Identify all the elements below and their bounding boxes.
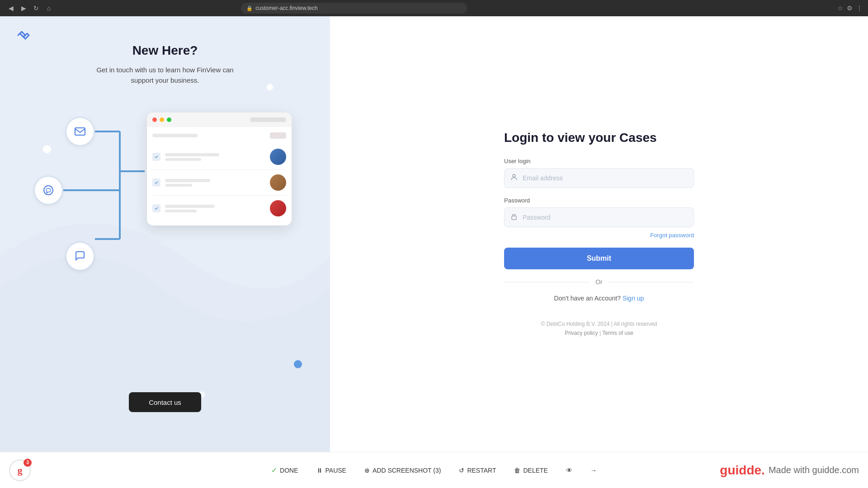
chat-icon-circle	[66, 242, 94, 271]
guidde-badge: g 3	[9, 460, 31, 481]
hide-icon: 👁	[566, 467, 572, 474]
guidde-full-logo: guidde.	[720, 463, 765, 478]
terms-link[interactable]: Terms of use	[602, 330, 633, 336]
url-text: customer-acc.finview.tech	[255, 5, 317, 11]
login-title: Login to view your Cases	[504, 131, 694, 145]
pause-icon: ⏸	[316, 467, 323, 474]
contact-us-button[interactable]: Contact us	[129, 392, 201, 412]
add-screenshot-button[interactable]: ⊕ ADD SCREENSHOT (3)	[357, 463, 448, 478]
left-panel-subtitle: Get in touch with us to learn how FinVie…	[93, 65, 237, 85]
hide-button[interactable]: 👁	[559, 463, 580, 478]
main-content: New Here? Get in touch with us to learn …	[0, 16, 868, 452]
extension-icon[interactable]: ⚙	[847, 5, 853, 12]
home-button[interactable]: ⌂	[43, 3, 54, 14]
right-panel: Login to view your Cases User login Pass…	[330, 16, 868, 452]
mock-checkbox-3	[152, 204, 160, 212]
forward-button-toolbar[interactable]: →	[583, 463, 604, 478]
window-maximize-dot	[167, 117, 171, 122]
mock-row-2	[152, 170, 286, 196]
lock-icon	[510, 213, 518, 222]
mock-avatar-2	[270, 174, 286, 191]
mock-avatar-3	[270, 200, 286, 216]
submit-button[interactable]: Submit	[504, 248, 694, 269]
done-button[interactable]: ✓ DONE	[264, 462, 305, 478]
mock-row-3	[152, 196, 286, 221]
mock-search-bar	[250, 117, 286, 122]
toolbar-center: ✓ DONE ⏸ PAUSE ⊕ ADD SCREENSHOT (3) ↺ RE…	[264, 462, 604, 478]
illustration-area	[29, 99, 301, 289]
footer-links: Privacy policy | Terms of use	[504, 329, 694, 338]
mock-checkbox-2	[152, 178, 160, 187]
mock-titlebar	[147, 113, 292, 127]
mock-line-2b	[165, 184, 192, 187]
mock-row-lines-1	[165, 153, 265, 161]
guidde-logo-area: g 3	[9, 460, 31, 481]
refresh-button[interactable]: ↻	[31, 3, 42, 14]
forward-button[interactable]: ▶	[18, 3, 29, 14]
window-minimize-dot	[160, 117, 164, 122]
password-label: Password	[504, 197, 694, 204]
mock-line-1a	[165, 153, 219, 156]
forward-icon: →	[590, 467, 597, 474]
svg-rect-6	[75, 128, 85, 135]
pause-button[interactable]: ⏸ PAUSE	[309, 463, 354, 478]
mock-row-lines-2	[165, 179, 265, 187]
delete-label: DELETE	[523, 467, 547, 474]
login-form-container: Login to view your Cases User login Pass…	[504, 131, 694, 337]
mock-app-window	[147, 113, 292, 225]
mock-content	[147, 127, 292, 225]
or-line-left	[504, 282, 590, 282]
svg-point-8	[513, 174, 515, 177]
add-screenshot-icon: ⊕	[364, 467, 370, 474]
svg-rect-9	[512, 216, 516, 220]
guidde-g-letter: g	[18, 465, 23, 476]
address-bar[interactable]: 🔒 customer-acc.finview.tech	[241, 3, 467, 14]
restart-label: RESTART	[467, 467, 496, 474]
forgot-password-link[interactable]: Forgot password	[504, 232, 694, 239]
restart-button[interactable]: ↺ RESTART	[452, 463, 503, 478]
user-login-label: User login	[504, 158, 694, 164]
done-check-icon: ✓	[271, 466, 277, 474]
delete-button[interactable]: 🗑 DELETE	[507, 463, 555, 478]
user-icon	[510, 174, 518, 183]
finview-logo	[14, 25, 33, 45]
page-container: New Here? Get in touch with us to learn …	[0, 16, 868, 488]
svg-rect-0	[14, 25, 33, 45]
back-button[interactable]: ◀	[5, 3, 16, 14]
or-divider: Or	[504, 278, 694, 286]
privacy-link[interactable]: Privacy policy	[565, 330, 598, 336]
browser-chrome: ◀ ▶ ↻ ⌂ 🔒 customer-acc.finview.tech ☆ ⚙ …	[0, 0, 868, 16]
menu-icon[interactable]: ⋮	[856, 5, 863, 12]
mock-checkbox-1	[152, 153, 160, 161]
mock-header-line-1	[152, 134, 198, 137]
or-text: Or	[595, 278, 603, 286]
left-panel-title: New Here?	[132, 43, 198, 58]
decorative-dot-1	[267, 84, 273, 90]
mock-line-2a	[165, 179, 210, 182]
window-close-dot	[152, 117, 157, 122]
made-with-text: Made with guidde.com	[769, 465, 859, 475]
mail-icon-circle	[66, 117, 94, 146]
footer-separator: |	[599, 330, 601, 336]
left-panel: New Here? Get in touch with us to learn …	[0, 16, 330, 452]
mock-line-1b	[165, 158, 201, 161]
delete-icon: 🗑	[514, 467, 520, 474]
mock-row-1	[152, 144, 286, 170]
mock-line-3a	[165, 205, 215, 208]
add-screenshot-label: ADD SCREENSHOT (3)	[373, 467, 441, 474]
bottom-toolbar: g 3 ✓ DONE ⏸ PAUSE ⊕ ADD SCREENSHOT (3) …	[0, 452, 868, 488]
copyright-text: © DebtCo Holding B.V. 2024 | All rights …	[504, 320, 694, 328]
star-icon[interactable]: ☆	[837, 5, 843, 12]
mock-tag	[270, 132, 286, 139]
email-input[interactable]	[504, 168, 694, 188]
mock-avatar-1	[270, 149, 286, 165]
done-label: DONE	[280, 467, 298, 474]
svg-point-7	[44, 186, 53, 195]
mock-row-lines-3	[165, 205, 265, 212]
password-input[interactable]	[504, 207, 694, 227]
or-line-right	[608, 282, 694, 282]
guidde-watermark: guidde. Made with guidde.com	[720, 463, 859, 478]
browser-nav: ◀ ▶ ↻ ⌂	[5, 3, 54, 14]
password-input-wrapper	[504, 207, 694, 227]
signup-link[interactable]: Sign up	[623, 295, 644, 302]
